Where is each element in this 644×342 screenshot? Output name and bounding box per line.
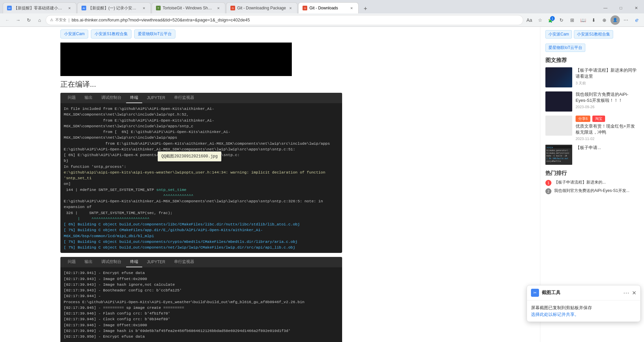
hot-text-2: 我也领到官方免费送的AiPi-Eyes-S1开发... <box>554 188 630 194</box>
address-bar[interactable]: ⚠ 不安全 | bbs.ai-thinker.com/forum.php?mod… <box>46 15 523 25</box>
tab-5[interactable]: G Git - Downloads ✕ <box>298 2 359 13</box>
maximize-button[interactable]: □ <box>613 2 629 13</box>
tab-5-close[interactable]: ✕ <box>349 5 354 11</box>
tab-4-icon: G <box>230 6 235 10</box>
close-button[interactable]: ✕ <box>629 2 644 13</box>
rec-info-2: 我也领到官方免费送的AiPi-Eyes-S1开发板啦！！！ 2023-09-26 <box>576 91 639 112</box>
term-line-1: In file included from E:\github\AiPi\AiP… <box>64 106 339 118</box>
home-button[interactable]: ⌂ <box>35 15 44 25</box>
tab-3[interactable]: T TortoiseGit - Windows Shell Inte... ✕ <box>152 2 225 13</box>
minimize-button[interactable]: — <box>598 2 613 13</box>
read-mode-button[interactable]: Aa <box>525 15 534 25</box>
blog-button[interactable]: 淘宝 <box>592 116 605 122</box>
tab-1-icon: AI <box>7 6 12 10</box>
screenshot-popup-close[interactable]: ✕ <box>632 290 636 296</box>
term1-tab-jupyter[interactable]: JUPYTER <box>143 93 169 103</box>
rec-item-3[interactable]: 分享6 淘宝 优质文章有赏！现金红包+开发板无限送，冲鸭 2023-11-02 <box>545 116 639 141</box>
terminal-2: 问题 输出 调试控制台 终端 JUPYTER 串行监视器 [02:17:39.9… <box>60 257 342 342</box>
rec-item-4[interactable]: ninja $(cmake.generator) $(cmake.definit… <box>545 145 639 165</box>
sidebar-tags: 小安派Cam 小安派S1教程合集 <box>545 30 639 39</box>
downloads-button[interactable]: ⬇ <box>589 15 598 25</box>
favorites-button[interactable]: ☆ <box>535 15 545 25</box>
collections-button[interactable]: ⊕ <box>600 15 609 25</box>
tab-1[interactable]: AI 【新提醒】零基础搭建小安派Wi... ✕ <box>3 2 76 13</box>
security-icon: ⚠ <box>50 18 53 22</box>
screenshot-popup-header: ✂ 截图工具 ⋯ ✕ <box>527 285 640 300</box>
term2-tab-output[interactable]: 输出 <box>80 257 97 267</box>
reading-list[interactable]: 📖 <box>578 15 588 25</box>
edge-sidebar[interactable]: ℯ <box>632 15 641 25</box>
rec-item-1[interactable]: 【板子申请流程】新进来的同学请看这里 3 天前 <box>545 67 639 87</box>
tab-4[interactable]: G Git - Downloading Package ✕ <box>226 2 298 13</box>
rec-info-1: 【板子申请流程】新进来的同学请看这里 3 天前 <box>576 67 639 87</box>
sidebar-tag-2[interactable]: 爱星物联IoT云平台 <box>545 44 585 52</box>
hot-item-2[interactable]: 2 我也领到官方免费送的AiPi-Eyes-S1开发... <box>545 188 639 194</box>
share-button[interactable]: 分享6 <box>576 116 590 122</box>
term-line-19: [ 7%] Building C object build_out/compon… <box>64 245 339 250</box>
screenshot-popup-subtext[interactable]: 选择此处以标记并共享。 <box>531 311 636 318</box>
tab-2-close[interactable]: ✕ <box>141 5 147 11</box>
term1-tab-debug[interactable]: 调试控制台 <box>97 93 125 103</box>
terminal-1-tabs: 问题 输出 调试控制台 终端 JUPYTER 串行监视器 <box>60 93 342 103</box>
browser-refresh[interactable]: ↻ <box>557 15 566 25</box>
sidebar-tag-0[interactable]: 小安派Cam <box>545 30 572 39</box>
term-line-18: [ 7%] Building C object build_out/compon… <box>64 239 339 245</box>
tag-iot-cloud[interactable]: 爱星物联IoT云平台 <box>134 29 175 39</box>
screenshot-tool-icon: ✂ <box>531 289 539 297</box>
new-tab-button[interactable]: + <box>361 4 370 13</box>
rec-item-2[interactable]: 我也领到官方免费送的AiPi-Eyes-S1开发板啦！！！ 2023-09-26 <box>545 91 639 112</box>
screenshot-popup-text: 屏幕截图已复制到剪贴板并保存 <box>531 304 636 311</box>
recommended-section: 图文推荐 【板子申请流程】新进来的同学请看这里 3 天前 我也领到官方免费送的A… <box>545 57 639 165</box>
rec-title-4: 【板子申请... <box>576 145 639 151</box>
term-line-10: on] <box>64 181 339 187</box>
hot-text-1: 【板子申请流程】新进来的... <box>554 180 606 185</box>
term2-tab-serial[interactable]: 串行监视器 <box>170 257 198 267</box>
back-button[interactable]: ← <box>3 15 12 25</box>
profile-avatar[interactable]: 👤 <box>610 15 620 25</box>
hot-section: 热门排行 1 【板子申请流程】新进来的... 2 我也领到官方免费送的AiPi-… <box>545 170 639 194</box>
term1-tab-output[interactable]: 输出 <box>80 93 97 103</box>
t2-line-10: [02:17:39.946] - Image Offset:0x1000 <box>64 322 339 328</box>
t2-line-9: [02:17:39.946] - Clock config crc: b'0b3… <box>64 316 339 322</box>
extensions-button[interactable]: 🧩 1 <box>546 15 555 25</box>
term-line-12: ^^^^^^^^^^^^^ <box>64 193 339 198</box>
url-display[interactable]: bbs.ai-thinker.com/forum.php?mod=viewthr… <box>71 17 519 22</box>
navigation-bar: ← → ↻ ⌂ ⚠ 不安全 | bbs.ai-thinker.com/forum… <box>0 13 644 27</box>
reload-button[interactable]: ↻ <box>24 15 34 25</box>
rec-title-2: 我也领到官方免费送的AiPi-Eyes-S1开发板啦！！！ <box>576 91 639 104</box>
tab-2-title: 【新提醒】(一) 记录小安派之... <box>88 5 139 11</box>
rec-date-3: 2023-11-02 <box>576 137 639 141</box>
term2-tab-terminal[interactable]: 终端 <box>126 257 142 267</box>
share-row: 分享6 淘宝 <box>576 116 639 122</box>
term1-tab-serial[interactable]: 串行监视器 <box>170 93 198 103</box>
rec-date-1: 3 天前 <box>576 81 639 86</box>
term2-tab-jupyter[interactable]: JUPYTER <box>143 258 169 267</box>
term2-tab-debug[interactable]: 调试控制台 <box>97 257 125 267</box>
notification-badge: 1 <box>550 16 555 21</box>
t2-line-5: [02:17:39.944] - <box>64 293 339 299</box>
tag-xiaoanpai-cam[interactable]: 小安派Cam <box>60 29 88 39</box>
term2-tab-problems[interactable]: 问题 <box>64 257 80 267</box>
term1-tab-problems[interactable]: 问题 <box>64 93 80 103</box>
sidebar-toggle[interactable]: ⊞ <box>568 15 577 25</box>
sidebar-tag-1[interactable]: 小安派S1教程合集 <box>574 30 613 39</box>
term1-tab-terminal[interactable]: 终端 <box>126 93 142 103</box>
screenshot-popup-menu[interactable]: ⋯ <box>623 289 629 296</box>
term-line-15: | ^^^^^^^^^^^^^^^^^^^^^^^^^ <box>64 216 339 221</box>
t2-line-7: [02:17:39.945] - ========= sp image crea… <box>64 305 339 311</box>
tag-xiaoanpai-s1[interactable]: 小安派S1教程合集 <box>91 29 131 39</box>
browser-right-controls: Aa ☆ 🧩 1 ↻ ⊞ 📖 ⬇ ⊕ 👤 ⋯ ℯ <box>525 15 641 25</box>
tab-2[interactable]: AI 【新提醒】(一) 记录小安派之... ✕ <box>77 2 151 13</box>
tab-3-close[interactable]: ✕ <box>216 5 221 11</box>
tab-1-close[interactable]: ✕ <box>67 5 72 11</box>
t2-line-8: [02:17:39.946] - Flash config crc: b'4fb… <box>64 311 339 316</box>
forward-button[interactable]: → <box>13 15 23 25</box>
term-line-13: E:\github\AiPi\AiPi-Open-Kits\aithinker_… <box>64 198 339 210</box>
terminal-1: 问题 输出 调试控制台 终端 JUPYTER 串行监视器 In file inc… <box>60 93 342 253</box>
insecure-label: 不安全 <box>55 17 66 22</box>
hot-item-1[interactable]: 1 【板子申请流程】新进来的... <box>545 180 639 186</box>
hot-num-1: 1 <box>545 180 551 186</box>
term-line-2: from E:\github\AiPi\AiPi-Open-Kits\aithi… <box>64 118 339 129</box>
tab-4-close[interactable]: ✕ <box>288 5 293 11</box>
settings-button[interactable]: ⋯ <box>621 15 631 25</box>
